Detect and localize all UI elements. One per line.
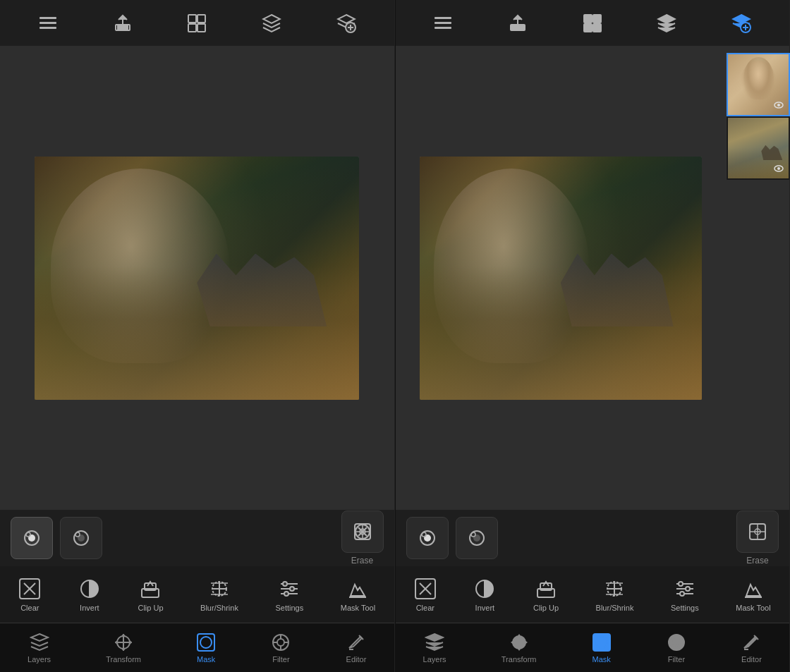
right-brush-white-button[interactable] xyxy=(406,517,449,559)
left-brush-black-button[interactable] xyxy=(60,517,102,559)
svg-rect-59 xyxy=(435,27,451,29)
left-canvas-area xyxy=(0,46,394,510)
right-composite-image xyxy=(420,157,702,400)
left-nav-filter[interactable]: Filter xyxy=(264,629,298,667)
right-settings-label: Settings xyxy=(671,604,699,612)
left-nav-mask[interactable]: Mask xyxy=(189,629,223,667)
right-nav-filter-label: Filter xyxy=(668,655,685,664)
svg-point-77 xyxy=(473,534,480,542)
left-brush-white-button[interactable] xyxy=(11,517,53,559)
right-layer-portrait-eye[interactable] xyxy=(772,98,786,112)
left-clear-label: Clear xyxy=(20,604,39,612)
right-nav-layers[interactable]: Layers xyxy=(416,629,454,667)
left-nav-editor[interactable]: Editor xyxy=(339,629,374,667)
left-menu-icon[interactable] xyxy=(34,9,62,37)
svg-marker-105 xyxy=(517,634,521,637)
right-nav-filter[interactable]: Filter xyxy=(660,629,693,667)
right-invert-label: Invert xyxy=(475,604,495,612)
right-layer-portrait[interactable] xyxy=(727,53,790,116)
left-layers-alt-icon[interactable] xyxy=(332,9,360,37)
right-brush-black-button[interactable] xyxy=(456,517,498,559)
right-nav-transform[interactable]: Transform xyxy=(494,629,544,667)
right-nav-editor-label: Editor xyxy=(741,655,762,664)
left-brush-bar: Erase xyxy=(0,510,394,566)
left-invert-label: Invert xyxy=(80,604,99,612)
left-clip-up-tool[interactable]: Clip Up xyxy=(132,574,169,616)
right-clip-up-tool[interactable]: Clip Up xyxy=(528,574,564,616)
svg-rect-5 xyxy=(188,15,196,23)
left-share-icon[interactable] xyxy=(109,9,137,37)
left-rocks xyxy=(197,254,327,327)
right-nav-transform-label: Transform xyxy=(502,655,537,664)
left-nav-transform[interactable]: Transform xyxy=(99,629,148,667)
svg-point-100 xyxy=(680,592,684,596)
svg-rect-65 xyxy=(593,24,601,32)
left-photo-canvas xyxy=(35,157,359,400)
left-clear-tool[interactable]: Clear xyxy=(13,574,47,616)
svg-point-78 xyxy=(471,532,475,537)
right-nav-layers-label: Layers xyxy=(423,655,446,664)
right-erase-icon xyxy=(736,511,779,553)
right-clip-up-label: Clip Up xyxy=(533,604,559,612)
svg-rect-58 xyxy=(435,22,451,24)
left-erase-label: Erase xyxy=(351,556,373,566)
right-share-icon[interactable] xyxy=(504,9,532,37)
svg-marker-106 xyxy=(525,640,528,644)
svg-rect-8 xyxy=(198,24,205,32)
left-composite-image xyxy=(35,157,359,400)
svg-point-40 xyxy=(283,582,287,586)
right-invert-tool[interactable]: Invert xyxy=(468,574,502,616)
right-settings-tool[interactable]: Settings xyxy=(665,574,705,616)
left-invert-tool[interactable]: Invert xyxy=(73,574,107,616)
left-layers-stack-icon[interactable] xyxy=(257,9,286,37)
left-nav-transform-label: Transform xyxy=(106,655,141,664)
svg-point-13 xyxy=(28,534,35,542)
right-layer-beach[interactable] xyxy=(727,116,790,180)
right-layers-alt-icon[interactable] xyxy=(727,9,755,37)
svg-rect-2 xyxy=(40,27,56,29)
svg-point-70 xyxy=(777,104,780,106)
left-panel: Erase Clear Invert xyxy=(0,0,395,672)
right-nav-editor[interactable]: Editor xyxy=(734,629,769,667)
right-grid-icon[interactable] xyxy=(578,9,607,37)
svg-point-99 xyxy=(686,587,690,591)
right-mask-tool-tool[interactable]: Mask Tool xyxy=(730,574,776,616)
left-nav-layers[interactable]: Layers xyxy=(20,629,58,667)
right-erase-label: Erase xyxy=(746,556,768,566)
left-settings-label: Settings xyxy=(275,604,303,612)
svg-point-74 xyxy=(424,534,431,542)
svg-rect-7 xyxy=(188,24,196,32)
svg-rect-0 xyxy=(40,17,56,19)
right-mask-tools: Clear Invert Clip Up xyxy=(396,566,790,623)
left-erase-button[interactable]: Erase xyxy=(341,511,384,566)
svg-rect-1 xyxy=(40,22,56,24)
svg-point-42 xyxy=(284,592,288,596)
left-settings-tool[interactable]: Settings xyxy=(269,574,309,616)
svg-point-16 xyxy=(78,534,85,542)
right-brush-bar: Erase xyxy=(396,510,790,566)
right-layers-stack-icon[interactable] xyxy=(652,9,681,37)
right-nav-mask-label: Mask xyxy=(592,655,611,664)
right-clear-tool[interactable]: Clear xyxy=(408,574,442,616)
right-layers-panel xyxy=(726,53,789,180)
svg-rect-63 xyxy=(593,15,601,23)
svg-point-14 xyxy=(26,532,30,537)
right-layer-beach-eye[interactable] xyxy=(772,161,786,176)
right-erase-button[interactable]: Erase xyxy=(736,511,779,566)
svg-point-98 xyxy=(679,582,683,586)
right-menu-icon[interactable] xyxy=(429,9,457,37)
left-grid-icon[interactable] xyxy=(183,9,211,37)
left-mask-tool-tool[interactable]: Mask Tool xyxy=(335,574,381,616)
svg-point-72 xyxy=(777,167,780,170)
svg-rect-57 xyxy=(435,17,451,19)
right-blur-shrink-tool[interactable]: Blur/Shrink xyxy=(590,574,640,616)
svg-point-75 xyxy=(422,532,426,537)
right-nav-mask[interactable]: Mask xyxy=(585,629,619,667)
svg-point-48 xyxy=(200,637,212,648)
svg-point-50 xyxy=(277,639,284,646)
left-erase-icon xyxy=(341,511,384,553)
svg-rect-62 xyxy=(584,15,592,23)
svg-rect-6 xyxy=(198,15,205,23)
left-blur-shrink-tool[interactable]: Blur/Shrink xyxy=(195,574,244,616)
svg-point-41 xyxy=(290,587,294,591)
